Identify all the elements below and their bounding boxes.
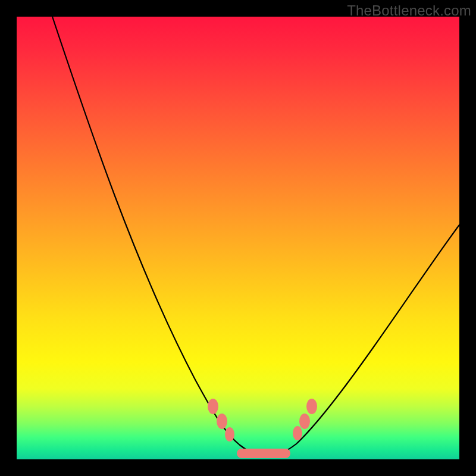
- marker-right-1: [293, 426, 302, 440]
- marker-left-3: [225, 427, 234, 441]
- optimal-range-bar: [237, 449, 290, 458]
- chart-frame: TheBottleneck.com: [0, 0, 476, 476]
- marker-right-2: [299, 414, 310, 429]
- marker-left-2: [217, 414, 227, 429]
- curve-layer: [17, 17, 459, 459]
- marker-left-1: [208, 399, 218, 414]
- marker-right-3: [306, 399, 317, 414]
- plot-area: [17, 17, 459, 459]
- bottleneck-curve: [52, 17, 459, 456]
